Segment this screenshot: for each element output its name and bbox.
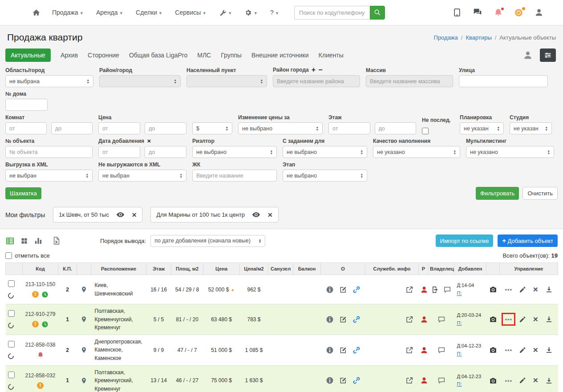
download-icon[interactable] [545,286,553,293]
tab-groups[interactable]: Группы [221,52,242,59]
tab-mls[interactable]: МЛС [197,52,211,59]
edit-pencil-icon[interactable] [519,347,526,354]
owner-person-icon[interactable] [420,346,428,354]
phone-link[interactable]: П: [457,381,462,387]
tab-ligapro-base[interactable]: Общая база LigaPro [129,52,187,59]
camera-icon[interactable] [489,376,498,385]
external-link-icon[interactable] [405,346,413,354]
realtor-select[interactable]: не выбрано [192,146,277,158]
object-code[interactable]: 212-858-032 [24,372,57,379]
rooms-to-input[interactable] [51,122,93,134]
task-for-select[interactable]: не выбрано [283,146,367,158]
user-filter-icon[interactable] [523,50,533,60]
eye-icon[interactable] [252,210,260,219]
street-input[interactable] [459,75,548,87]
layout-select[interactable]: не указан [460,122,504,134]
add-district-icon[interactable] [312,66,316,73]
object-code[interactable]: 212-910-279 [24,311,57,317]
notifications-bell-icon[interactable] [494,8,503,17]
house-number-input[interactable] [5,99,48,111]
refresh-circle-icon[interactable] [7,352,15,360]
filter-settings-button[interactable] [540,48,556,62]
eye-icon[interactable] [116,210,125,219]
clear-date-icon[interactable] [147,138,151,144]
link-icon[interactable] [352,315,360,323]
remove-filter-icon[interactable] [132,211,137,218]
row-checkbox[interactable] [8,310,15,317]
search-button[interactable] [370,6,385,20]
city-district-input[interactable] [273,75,360,87]
settlement-select[interactable] [186,75,267,87]
edit-note-icon[interactable] [339,346,347,354]
price-change-select[interactable]: не выбрано [238,122,323,134]
map-pin-icon[interactable] [81,376,87,385]
camera-icon[interactable] [489,285,498,294]
breadcrumb-link-flats[interactable]: Квартиры [466,34,491,41]
complex-input[interactable] [192,170,277,182]
knowledge-base-icon[interactable] [453,8,462,17]
coin-icon[interactable] [514,8,523,17]
refresh-circle-icon[interactable] [7,383,15,391]
phone-link[interactable]: П: [457,351,462,356]
info-icon[interactable] [326,286,334,294]
map-pin-icon[interactable] [81,285,87,294]
search-input[interactable] [294,6,370,20]
menu-deals[interactable]: Сделки [136,9,162,16]
edit-note-icon[interactable] [339,376,347,384]
xml-not-upload-select[interactable]: не выбран [98,170,186,182]
edit-pencil-icon[interactable] [519,316,526,323]
object-code[interactable]: 213-110-150 [24,281,57,287]
apply-filter-button[interactable]: Фильтровать [476,187,519,200]
comment-icon[interactable] [437,376,446,384]
sort-order-select[interactable]: по дате добавления (сначала новые) [150,235,265,247]
menu-services[interactable]: Сервисы [175,9,206,16]
object-code[interactable]: 212-858-038 [24,342,57,348]
door-exit-icon[interactable] [431,286,439,294]
delete-icon[interactable] [533,286,539,294]
tab-external-sources[interactable]: Внешние источники [251,52,309,59]
info-icon[interactable] [326,376,334,384]
currency-select[interactable]: $ [192,122,232,134]
profile-icon[interactable] [535,8,543,17]
more-actions-icon[interactable] [505,347,512,353]
more-actions-icon[interactable] [505,286,512,293]
more-actions-icon[interactable] [505,377,512,384]
delete-icon[interactable] [533,315,539,323]
remove-district-icon[interactable] [318,66,322,73]
external-link-icon[interactable] [405,376,413,384]
floor-from-input[interactable] [328,122,370,134]
menu-rent[interactable]: Аренда [96,9,122,16]
download-icon[interactable] [545,315,553,323]
owner-person-icon[interactable] [420,286,428,294]
price-from-input[interactable] [98,122,140,134]
view-table-icon[interactable] [5,236,15,246]
edit-note-icon[interactable] [339,315,347,323]
select-all-checkbox[interactable] [5,252,12,259]
menu-settings[interactable] [244,9,257,16]
import-by-link-button[interactable]: Импорт по ссылке [436,234,494,247]
edit-pencil-icon[interactable] [519,377,526,384]
home-icon[interactable] [32,8,41,17]
map-pin-icon[interactable] [81,346,87,354]
row-checkbox[interactable] [8,341,15,348]
breadcrumb-link-sale[interactable]: Продажа [434,34,458,41]
info-icon[interactable] [326,346,334,354]
refresh-circle-icon[interactable] [7,322,15,330]
owner-person-icon[interactable] [420,376,428,384]
camera-icon[interactable] [489,346,498,354]
rooms-from-input[interactable] [5,122,47,134]
download-icon[interactable] [545,346,553,354]
link-icon[interactable] [352,346,360,354]
more-actions-icon-highlighted[interactable] [505,316,512,323]
link-icon[interactable] [352,286,360,294]
phone-link[interactable]: П: [457,320,462,326]
date-to-input[interactable] [145,146,186,158]
edit-note-icon[interactable] [339,286,347,294]
region-select[interactable]: не выбрана [5,75,93,87]
info-icon[interactable] [326,315,334,323]
clear-filter-button[interactable]: Очистить [522,187,558,200]
phone-link[interactable]: П: [457,291,462,296]
not-last-floor-checkbox[interactable] [422,128,429,134]
tab-archive[interactable]: Архив [61,52,78,59]
messages-icon[interactable] [473,8,482,17]
